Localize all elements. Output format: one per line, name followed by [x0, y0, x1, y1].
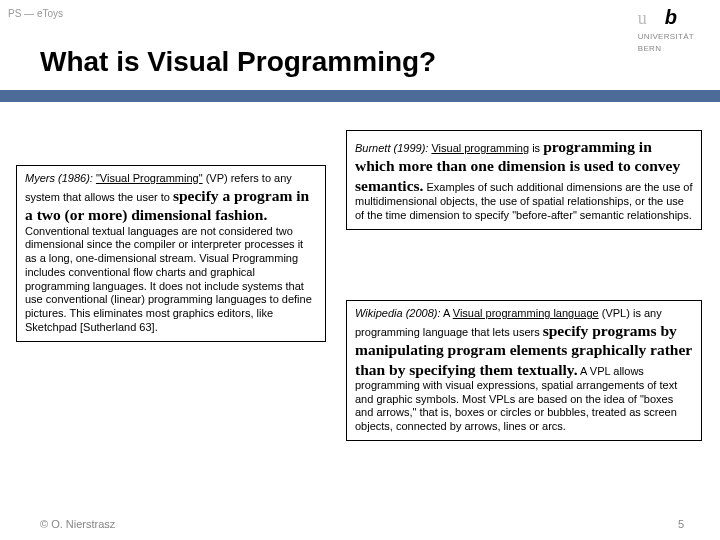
page-title: What is Visual Programming?: [40, 46, 436, 78]
quote-box-myers: Myers (1986): "Visual Programming" (VP) …: [16, 165, 326, 342]
quote-box-burnett: Burnett (1999): Visual programming is pr…: [346, 130, 702, 230]
logo-b: b: [665, 6, 677, 28]
page-number: 5: [678, 518, 684, 530]
logo-subtitle-2: BERN: [638, 45, 694, 53]
quote-box-wikipedia: Wikipedia (2008): A Visual programming l…: [346, 300, 702, 441]
term-visual-programming: "Visual Programming": [96, 172, 203, 184]
breadcrumb: PS — eToys: [8, 8, 63, 19]
logo-u: u: [638, 8, 647, 28]
logo-subtitle-1: UNIVERSITÄT: [638, 33, 694, 41]
lead-pre: A: [443, 307, 453, 319]
author-wikipedia: Wikipedia (2008):: [355, 307, 441, 319]
lead-tail: is: [532, 142, 543, 154]
author-myers: Myers (1986):: [25, 172, 93, 184]
term-visual-programming-2: Visual programming: [431, 142, 529, 154]
body-myers: Conventional textual languages are not c…: [25, 225, 312, 333]
university-logo: ub UNIVERSITÄT BERN: [638, 6, 694, 54]
title-underline-bar: [0, 90, 720, 102]
term-vpl: Visual programming language: [453, 307, 599, 319]
author-burnett: Burnett (1999):: [355, 142, 428, 154]
footer-copyright: © O. Nierstrasz: [40, 518, 115, 530]
